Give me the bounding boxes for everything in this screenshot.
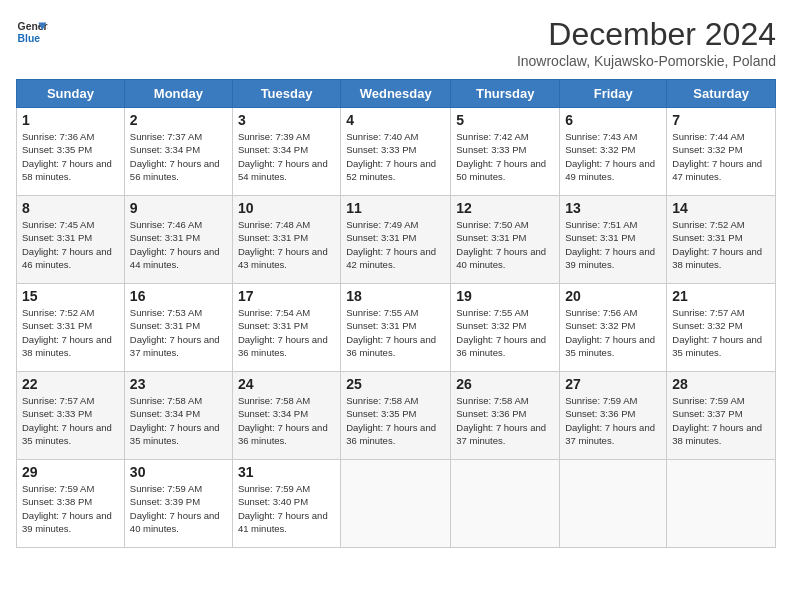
logo: General Blue [16, 16, 48, 48]
calendar-day: 6 Sunrise: 7:43 AM Sunset: 3:32 PM Dayli… [560, 108, 667, 196]
day-number: 28 [672, 376, 770, 392]
day-number: 18 [346, 288, 445, 304]
day-number: 23 [130, 376, 227, 392]
calendar-day: 21 Sunrise: 7:57 AM Sunset: 3:32 PM Dayl… [667, 284, 776, 372]
calendar-day: 4 Sunrise: 7:40 AM Sunset: 3:33 PM Dayli… [341, 108, 451, 196]
calendar-day: 7 Sunrise: 7:44 AM Sunset: 3:32 PM Dayli… [667, 108, 776, 196]
day-info: Sunrise: 7:55 AM Sunset: 3:31 PM Dayligh… [346, 306, 445, 359]
calendar-empty-cell [451, 460, 560, 548]
day-info: Sunrise: 7:50 AM Sunset: 3:31 PM Dayligh… [456, 218, 554, 271]
calendar-day: 14 Sunrise: 7:52 AM Sunset: 3:31 PM Dayl… [667, 196, 776, 284]
day-number: 19 [456, 288, 554, 304]
day-info: Sunrise: 7:59 AM Sunset: 3:36 PM Dayligh… [565, 394, 661, 447]
day-number: 2 [130, 112, 227, 128]
calendar-week-row: 22 Sunrise: 7:57 AM Sunset: 3:33 PM Dayl… [17, 372, 776, 460]
day-info: Sunrise: 7:58 AM Sunset: 3:36 PM Dayligh… [456, 394, 554, 447]
day-info: Sunrise: 7:58 AM Sunset: 3:34 PM Dayligh… [130, 394, 227, 447]
calendar-day: 3 Sunrise: 7:39 AM Sunset: 3:34 PM Dayli… [232, 108, 340, 196]
day-number: 31 [238, 464, 335, 480]
calendar-day: 31 Sunrise: 7:59 AM Sunset: 3:40 PM Dayl… [232, 460, 340, 548]
title-area: December 2024 Inowroclaw, Kujawsko-Pomor… [517, 16, 776, 69]
day-number: 1 [22, 112, 119, 128]
day-number: 11 [346, 200, 445, 216]
location-subtitle: Inowroclaw, Kujawsko-Pomorskie, Poland [517, 53, 776, 69]
calendar-day: 24 Sunrise: 7:58 AM Sunset: 3:34 PM Dayl… [232, 372, 340, 460]
calendar-day: 15 Sunrise: 7:52 AM Sunset: 3:31 PM Dayl… [17, 284, 125, 372]
day-number: 27 [565, 376, 661, 392]
calendar-week-row: 29 Sunrise: 7:59 AM Sunset: 3:38 PM Dayl… [17, 460, 776, 548]
day-number: 15 [22, 288, 119, 304]
page-header: General Blue December 2024 Inowroclaw, K… [16, 16, 776, 69]
day-number: 29 [22, 464, 119, 480]
col-monday: Monday [124, 80, 232, 108]
day-info: Sunrise: 7:42 AM Sunset: 3:33 PM Dayligh… [456, 130, 554, 183]
calendar-day: 28 Sunrise: 7:59 AM Sunset: 3:37 PM Dayl… [667, 372, 776, 460]
calendar-day: 19 Sunrise: 7:55 AM Sunset: 3:32 PM Dayl… [451, 284, 560, 372]
day-info: Sunrise: 7:36 AM Sunset: 3:35 PM Dayligh… [22, 130, 119, 183]
day-info: Sunrise: 7:37 AM Sunset: 3:34 PM Dayligh… [130, 130, 227, 183]
day-info: Sunrise: 7:39 AM Sunset: 3:34 PM Dayligh… [238, 130, 335, 183]
day-number: 30 [130, 464, 227, 480]
day-number: 12 [456, 200, 554, 216]
day-info: Sunrise: 7:58 AM Sunset: 3:34 PM Dayligh… [238, 394, 335, 447]
day-number: 16 [130, 288, 227, 304]
day-info: Sunrise: 7:59 AM Sunset: 3:39 PM Dayligh… [130, 482, 227, 535]
calendar-week-row: 15 Sunrise: 7:52 AM Sunset: 3:31 PM Dayl… [17, 284, 776, 372]
col-sunday: Sunday [17, 80, 125, 108]
calendar-day: 17 Sunrise: 7:54 AM Sunset: 3:31 PM Dayl… [232, 284, 340, 372]
calendar-day: 2 Sunrise: 7:37 AM Sunset: 3:34 PM Dayli… [124, 108, 232, 196]
day-number: 7 [672, 112, 770, 128]
calendar-day: 9 Sunrise: 7:46 AM Sunset: 3:31 PM Dayli… [124, 196, 232, 284]
day-info: Sunrise: 7:48 AM Sunset: 3:31 PM Dayligh… [238, 218, 335, 271]
day-number: 22 [22, 376, 119, 392]
calendar-day: 1 Sunrise: 7:36 AM Sunset: 3:35 PM Dayli… [17, 108, 125, 196]
calendar-day: 27 Sunrise: 7:59 AM Sunset: 3:36 PM Dayl… [560, 372, 667, 460]
day-info: Sunrise: 7:59 AM Sunset: 3:38 PM Dayligh… [22, 482, 119, 535]
svg-text:Blue: Blue [18, 33, 41, 44]
col-saturday: Saturday [667, 80, 776, 108]
calendar-day: 22 Sunrise: 7:57 AM Sunset: 3:33 PM Dayl… [17, 372, 125, 460]
calendar-week-row: 1 Sunrise: 7:36 AM Sunset: 3:35 PM Dayli… [17, 108, 776, 196]
day-number: 13 [565, 200, 661, 216]
calendar-empty-cell [341, 460, 451, 548]
calendar-header-row: Sunday Monday Tuesday Wednesday Thursday… [17, 80, 776, 108]
day-number: 24 [238, 376, 335, 392]
day-number: 17 [238, 288, 335, 304]
day-number: 10 [238, 200, 335, 216]
calendar-day: 13 Sunrise: 7:51 AM Sunset: 3:31 PM Dayl… [560, 196, 667, 284]
day-info: Sunrise: 7:53 AM Sunset: 3:31 PM Dayligh… [130, 306, 227, 359]
calendar-day: 5 Sunrise: 7:42 AM Sunset: 3:33 PM Dayli… [451, 108, 560, 196]
day-info: Sunrise: 7:49 AM Sunset: 3:31 PM Dayligh… [346, 218, 445, 271]
calendar-day: 23 Sunrise: 7:58 AM Sunset: 3:34 PM Dayl… [124, 372, 232, 460]
day-info: Sunrise: 7:52 AM Sunset: 3:31 PM Dayligh… [672, 218, 770, 271]
day-info: Sunrise: 7:54 AM Sunset: 3:31 PM Dayligh… [238, 306, 335, 359]
day-info: Sunrise: 7:40 AM Sunset: 3:33 PM Dayligh… [346, 130, 445, 183]
day-info: Sunrise: 7:45 AM Sunset: 3:31 PM Dayligh… [22, 218, 119, 271]
calendar-day: 11 Sunrise: 7:49 AM Sunset: 3:31 PM Dayl… [341, 196, 451, 284]
logo-icon: General Blue [16, 16, 48, 48]
day-info: Sunrise: 7:57 AM Sunset: 3:33 PM Dayligh… [22, 394, 119, 447]
day-number: 3 [238, 112, 335, 128]
month-title: December 2024 [517, 16, 776, 53]
day-number: 9 [130, 200, 227, 216]
calendar-day: 26 Sunrise: 7:58 AM Sunset: 3:36 PM Dayl… [451, 372, 560, 460]
calendar-empty-cell [560, 460, 667, 548]
day-info: Sunrise: 7:51 AM Sunset: 3:31 PM Dayligh… [565, 218, 661, 271]
day-number: 6 [565, 112, 661, 128]
col-friday: Friday [560, 80, 667, 108]
calendar-empty-cell [667, 460, 776, 548]
calendar-day: 10 Sunrise: 7:48 AM Sunset: 3:31 PM Dayl… [232, 196, 340, 284]
day-number: 4 [346, 112, 445, 128]
day-number: 5 [456, 112, 554, 128]
calendar-table: Sunday Monday Tuesday Wednesday Thursday… [16, 79, 776, 548]
day-number: 26 [456, 376, 554, 392]
calendar-day: 8 Sunrise: 7:45 AM Sunset: 3:31 PM Dayli… [17, 196, 125, 284]
calendar-day: 16 Sunrise: 7:53 AM Sunset: 3:31 PM Dayl… [124, 284, 232, 372]
day-info: Sunrise: 7:59 AM Sunset: 3:40 PM Dayligh… [238, 482, 335, 535]
calendar-day: 30 Sunrise: 7:59 AM Sunset: 3:39 PM Dayl… [124, 460, 232, 548]
day-info: Sunrise: 7:55 AM Sunset: 3:32 PM Dayligh… [456, 306, 554, 359]
calendar-day: 20 Sunrise: 7:56 AM Sunset: 3:32 PM Dayl… [560, 284, 667, 372]
calendar-day: 18 Sunrise: 7:55 AM Sunset: 3:31 PM Dayl… [341, 284, 451, 372]
day-number: 8 [22, 200, 119, 216]
calendar-day: 29 Sunrise: 7:59 AM Sunset: 3:38 PM Dayl… [17, 460, 125, 548]
